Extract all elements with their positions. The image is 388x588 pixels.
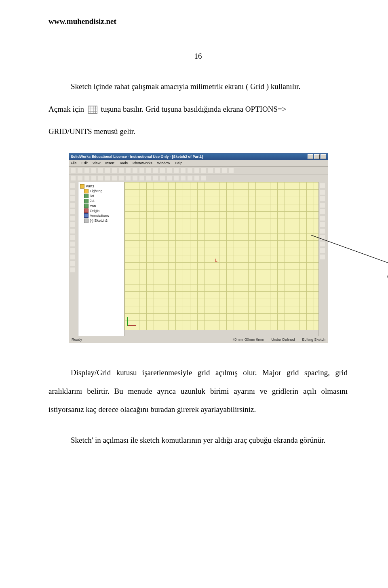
toolbar-icon[interactable] — [139, 175, 145, 181]
tool-icon[interactable] — [320, 196, 325, 202]
toolbar-icon[interactable] — [118, 175, 124, 181]
toolbar-icon[interactable] — [146, 175, 152, 181]
toolbar-icon[interactable] — [132, 175, 138, 181]
menu-edit[interactable]: Edit — [82, 161, 88, 166]
tool-icon[interactable] — [320, 183, 325, 189]
tool-icon[interactable] — [70, 202, 76, 208]
toolbar-icon[interactable] — [160, 175, 165, 181]
toolbar-icon[interactable] — [201, 168, 207, 173]
toolbar-icon[interactable] — [98, 168, 103, 173]
toolbar-icon[interactable] — [132, 168, 138, 173]
tool-icon[interactable] — [320, 222, 325, 227]
tool-icon[interactable] — [70, 222, 76, 227]
toolbar-icon[interactable] — [160, 168, 165, 173]
tool-icon[interactable] — [320, 254, 325, 260]
toolbar-icon[interactable] — [112, 168, 117, 173]
minimize-button[interactable] — [308, 154, 313, 159]
lighting-icon — [84, 189, 89, 193]
toolbar-icon[interactable] — [173, 175, 179, 181]
toolbar-icon[interactable] — [139, 168, 145, 173]
toolbar-icon[interactable] — [105, 168, 110, 173]
maximize-button[interactable] — [314, 154, 320, 159]
toolbar-icon[interactable] — [180, 175, 186, 181]
tool-icon[interactable] — [70, 241, 76, 247]
tool-icon[interactable] — [70, 248, 76, 253]
tool-icon[interactable] — [320, 189, 325, 195]
tool-icon[interactable] — [70, 183, 76, 189]
toolbar-icon[interactable] — [173, 168, 179, 173]
toolbar-icon[interactable] — [118, 168, 124, 173]
grid-canvas[interactable] — [124, 182, 318, 336]
tree-item[interactable]: (-) Sketch2 — [80, 218, 122, 223]
toolbar-icon[interactable] — [215, 168, 220, 173]
menu-photoworks[interactable]: PhotoWorks — [133, 161, 152, 166]
tool-icon[interactable] — [320, 202, 325, 208]
toolbar-icon[interactable] — [201, 175, 207, 181]
menu-file[interactable]: File — [71, 161, 77, 166]
toolbar-icon[interactable] — [221, 168, 227, 173]
tree-item-label: 3rt — [90, 193, 94, 198]
close-button[interactable] — [321, 154, 326, 159]
tool-icon[interactable] — [70, 267, 76, 273]
toolbar-icon[interactable] — [125, 168, 131, 173]
toolbar-icon[interactable] — [77, 168, 83, 173]
tool-icon[interactable] — [320, 241, 325, 247]
tool-icon[interactable] — [70, 254, 76, 260]
tree-item[interactable]: Yan — [80, 204, 122, 208]
tool-icon[interactable] — [320, 215, 325, 221]
toolbar-icon[interactable] — [112, 175, 117, 181]
tool-icon[interactable] — [70, 189, 76, 195]
toolbar-icon[interactable] — [98, 175, 103, 181]
toolbar-icon[interactable] — [167, 168, 172, 173]
tree-item-label: Yan — [90, 204, 96, 208]
toolbar-icon[interactable] — [84, 175, 90, 181]
tool-icon[interactable] — [70, 215, 76, 221]
tool-icon[interactable] — [320, 228, 325, 234]
toolbar-icon[interactable] — [167, 175, 172, 181]
tree-item[interactable]: Jst — [80, 198, 122, 203]
toolbar-icon[interactable] — [70, 175, 76, 181]
tool-icon[interactable] — [320, 248, 325, 253]
work-area[interactable] — [124, 182, 318, 336]
toolbar-icon[interactable] — [187, 168, 193, 173]
toolbar-icon[interactable] — [153, 168, 158, 173]
menu-view[interactable]: View — [93, 161, 100, 166]
toolbar-icon[interactable] — [91, 168, 97, 173]
menu-tools[interactable]: Tools — [119, 161, 128, 166]
toolbar-icon[interactable] — [77, 175, 83, 181]
toolbar-icon[interactable] — [91, 175, 97, 181]
tree-item[interactable]: Annotations — [80, 213, 122, 218]
toolbar-row-1 — [69, 167, 328, 174]
toolbar-icon[interactable] — [125, 175, 131, 181]
toolbar-icon[interactable] — [194, 168, 200, 173]
tree-item[interactable]: Lighting — [80, 189, 122, 193]
tool-icon[interactable] — [320, 209, 325, 214]
tool-icon[interactable] — [70, 209, 76, 214]
tool-icon[interactable] — [70, 228, 76, 234]
toolbar-icon[interactable] — [70, 168, 76, 173]
document-page: www.muhendisiz.net 16 Sketch içinde raha… — [0, 0, 388, 478]
plane-icon — [84, 194, 89, 198]
toolbar-icon[interactable] — [194, 175, 200, 181]
tool-icon[interactable] — [320, 235, 325, 240]
tree-item[interactable]: 3rt — [80, 193, 122, 198]
toolbar-icon[interactable] — [180, 168, 186, 173]
tree-root[interactable]: Part1 — [80, 184, 122, 189]
toolbar-icon[interactable] — [105, 175, 110, 181]
toolbar-icon[interactable] — [153, 175, 158, 181]
menu-insert[interactable]: Insert — [105, 161, 114, 166]
toolbar-icon[interactable] — [146, 168, 152, 173]
menu-help[interactable]: Help — [175, 161, 183, 166]
toolbar-icon[interactable] — [84, 168, 90, 173]
horizontal-scrollbar[interactable] — [124, 330, 318, 336]
tool-icon[interactable] — [70, 261, 76, 266]
tool-icon[interactable] — [70, 235, 76, 240]
tool-icon[interactable] — [70, 196, 76, 202]
tree-item[interactable]: Origin — [80, 208, 122, 213]
paragraph-1: Sketch içinde rahat çalışmak amacıyla mi… — [48, 77, 348, 96]
toolbar-icon[interactable] — [208, 168, 213, 173]
menu-window[interactable]: Window — [157, 161, 170, 166]
toolbar-icon[interactable] — [187, 175, 193, 181]
toolbar-icon[interactable] — [228, 168, 234, 173]
sketch-icon — [84, 219, 89, 223]
